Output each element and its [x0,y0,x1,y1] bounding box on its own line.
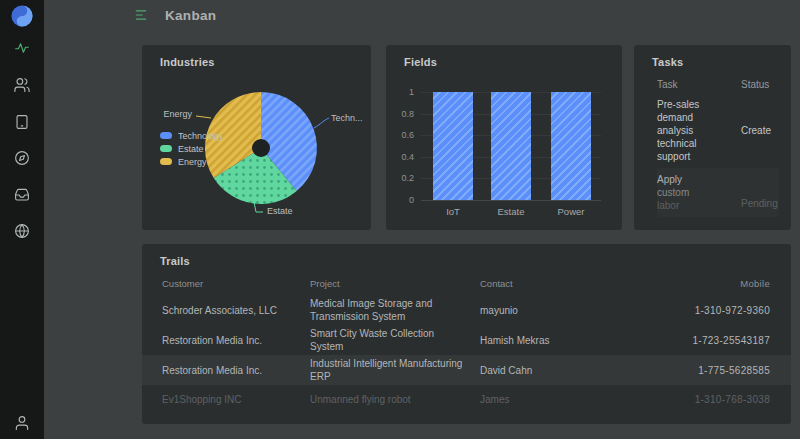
x-axis-label-estate: Estate [491,206,531,217]
page-header: Kanban [44,0,800,30]
task-word: Pre-sales [657,98,741,111]
tasks-column-status: Status [741,79,769,90]
task-cell-task: Pre-salesdemandanalysistechnicalsupport [657,98,741,163]
pie-donut-hole [252,139,270,157]
activity-icon[interactable] [14,40,31,57]
pie-leader-line-technology [314,118,329,128]
trails-card-title: Trails [160,255,190,267]
trails-card: Trails Customer Project Contact Mobile S… [142,244,791,424]
trails-column-mobile: Mobile [605,278,770,289]
trail-cell-customer: Restoration Media Inc. [162,365,310,376]
y-axis-tick: 1 [386,87,414,97]
tasks-card-title: Tasks [652,56,683,68]
legend-marker-technology [160,132,172,139]
legend-marker-estate [160,145,172,152]
legend-label-technology: Technology [178,131,222,141]
task-word: technical [657,137,741,150]
trails-column-project: Project [310,278,480,289]
kanban-list-icon[interactable] [134,8,148,22]
bar-gridline [421,200,601,201]
task-row[interactable]: Pre-salesdemandanalysistechnicalsupportC… [657,93,779,168]
trail-row[interactable]: Restoration Media Inc.Industrial Intelli… [142,355,791,385]
task-word: Apply [657,173,741,186]
legend-item-energy[interactable]: Energy [160,155,222,168]
trail-cell-project: Smart City Waste Collection System [310,327,480,353]
task-cell-task: Applycustomlabor [657,173,741,212]
legend-item-estate[interactable]: Estate [160,142,222,155]
trail-cell-contact: James [480,394,605,405]
bar-estate[interactable] [491,92,531,200]
x-axis-label-power: Power [551,206,591,217]
trail-cell-mobile: 1-775-5628585 [605,365,770,376]
compass-icon[interactable] [14,150,31,167]
bar-iot[interactable] [433,92,473,200]
trail-cell-mobile: 1-723-25543187 [605,335,770,346]
task-cell-status: Create [741,125,771,136]
trails-column-customer: Customer [162,278,310,289]
tasks-table-header: Task Status [657,79,779,90]
trail-cell-project: Industrial Intelligent Manufacturing ERP [310,357,480,383]
trail-cell-customer: Schroder Associates, LLC [162,305,310,316]
fields-card-title: Fields [404,56,437,68]
pie-label-estate: Estate [267,206,293,216]
y-axis-tick: 0.6 [386,130,414,140]
trail-cell-project: Unmanned flying robot [310,393,480,406]
user-profile-icon[interactable] [14,415,31,432]
trail-row[interactable]: Restoration Media Inc.Smart City Waste C… [142,325,791,355]
app-logo-icon[interactable] [11,5,34,28]
task-word: support [657,150,741,163]
x-axis-label-iot: IoT [433,206,473,217]
trail-cell-customer: Restoration Media Inc. [162,335,310,346]
trails-table-header: Customer Project Contact Mobile [162,275,770,291]
pie-label-energy: Energy [148,109,192,119]
legend-label-estate: Estate [178,144,204,154]
legend-label-energy: Energy [178,157,207,167]
task-word: custom [657,186,741,199]
users-icon[interactable] [14,77,31,94]
trail-row[interactable]: Schroder Associates, LLCMedical Image St… [142,295,791,325]
trails-table-body: Schroder Associates, LLCMedical Image St… [162,295,770,413]
trails-table: Customer Project Contact Mobile Schroder… [162,275,770,418]
trail-cell-contact: mayunio [480,305,605,316]
trail-cell-contact: David Cahn [480,365,605,376]
tasks-card: Tasks Task Status Pre-salesdemandanalysi… [634,45,791,230]
sidebar [0,0,44,439]
trails-column-contact: Contact [480,278,605,289]
tasks-column-task: Task [657,79,741,90]
bar-power[interactable] [551,92,591,200]
trail-cell-mobile: 1-310-972-9360 [605,305,770,316]
legend-marker-energy [160,158,172,165]
industries-card: Industries Techn... Estate Energy Techno… [142,45,371,230]
task-word: labor [657,199,741,212]
task-word: analysis [657,124,741,137]
trail-cell-contact: Hamish Mekras [480,335,605,346]
task-row[interactable]: ApplycustomlaborPending [657,168,779,217]
trail-cell-mobile: 1-310-768-3038 [605,394,770,405]
pie-leader-line-energy [196,116,211,118]
tasks-table-body: Pre-salesdemandanalysistechnicalsupportC… [657,93,779,230]
trail-row[interactable]: Ev1Shopping INCUnmanned flying robotJame… [142,385,791,413]
globe-icon[interactable] [14,223,31,240]
task-word: demand [657,111,741,124]
tablet-icon[interactable] [14,114,31,131]
task-cell-status: Pending [741,198,778,209]
y-axis-tick: 0.2 [386,173,414,183]
pie-legend: Technology Estate Energy [160,129,222,168]
pie-label-technology: Techn... [331,113,363,123]
inbox-icon[interactable] [14,187,31,204]
legend-item-technology[interactable]: Technology [160,129,222,142]
y-axis-tick: 0 [386,195,414,205]
y-axis-tick: 0.8 [386,109,414,119]
trail-cell-project: Medical Image Storage and Transmission S… [310,297,480,323]
y-axis-tick: 0.4 [386,152,414,162]
fields-card: Fields 10.80.60.40.20IoTEstatePower [386,45,622,230]
page-title: Kanban [165,8,216,23]
trail-cell-customer: Ev1Shopping INC [162,394,310,405]
